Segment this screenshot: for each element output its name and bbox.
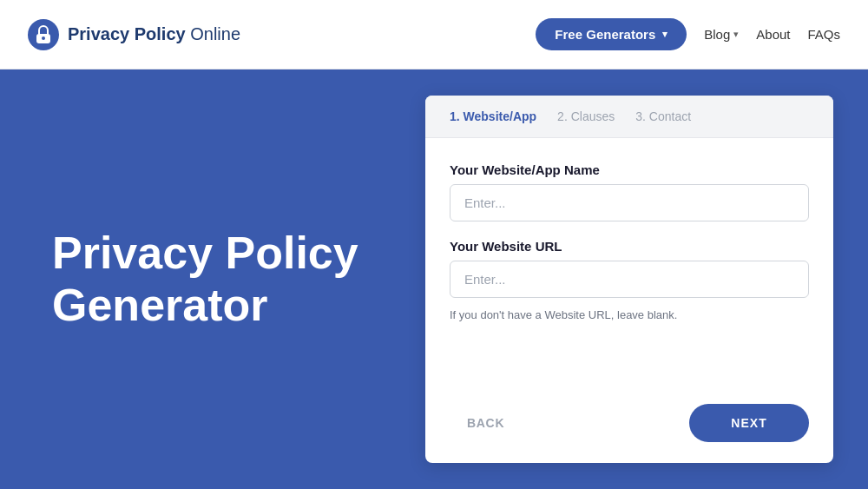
back-button[interactable]: BACK bbox=[450, 406, 522, 440]
website-url-input[interactable] bbox=[450, 261, 809, 298]
website-url-hint: If you don't have a Website URL, leave b… bbox=[450, 308, 809, 321]
header: Privacy Policy Online Free Generators ▾ … bbox=[0, 0, 868, 69]
left-panel: Privacy Policy Generator bbox=[0, 69, 425, 489]
free-generators-button[interactable]: Free Generators ▾ bbox=[536, 18, 687, 50]
page-title: Privacy Policy Generator bbox=[52, 228, 358, 332]
chevron-down-icon: ▾ bbox=[662, 29, 667, 40]
step-3[interactable]: 3. Contact bbox=[635, 109, 691, 123]
logo-text: Privacy Policy Online bbox=[68, 24, 240, 44]
step-1[interactable]: 1. Website/App bbox=[450, 109, 536, 123]
logo-icon bbox=[28, 19, 59, 50]
form-body: Your Website/App Name Your Website URL I… bbox=[425, 138, 833, 390]
blog-chevron-icon: ▾ bbox=[733, 29, 739, 40]
blog-link[interactable]: Blog ▾ bbox=[704, 27, 739, 42]
app-name-label: Your Website/App Name bbox=[450, 162, 809, 177]
next-button[interactable]: NEXT bbox=[689, 404, 809, 442]
website-url-label: Your Website URL bbox=[450, 239, 809, 254]
form-actions: BACK NEXT bbox=[425, 390, 833, 463]
app-name-field-group: Your Website/App Name bbox=[450, 162, 809, 221]
svg-point-2 bbox=[42, 36, 45, 40]
about-link[interactable]: About bbox=[756, 27, 790, 42]
step-2[interactable]: 2. Clauses bbox=[557, 109, 615, 123]
form-panel: 1. Website/App 2. Clauses 3. Contact You… bbox=[425, 96, 833, 463]
logo-area: Privacy Policy Online bbox=[28, 19, 536, 50]
app-name-input[interactable] bbox=[450, 184, 809, 221]
faqs-link[interactable]: FAQs bbox=[807, 27, 840, 42]
steps-bar: 1. Website/App 2. Clauses 3. Contact bbox=[425, 96, 833, 138]
main-nav: Free Generators ▾ Blog ▾ About FAQs bbox=[536, 18, 840, 50]
website-url-field-group: Your Website URL If you don't have a Web… bbox=[450, 239, 809, 321]
main-content: Privacy Policy Generator 1. Website/App … bbox=[0, 69, 868, 489]
